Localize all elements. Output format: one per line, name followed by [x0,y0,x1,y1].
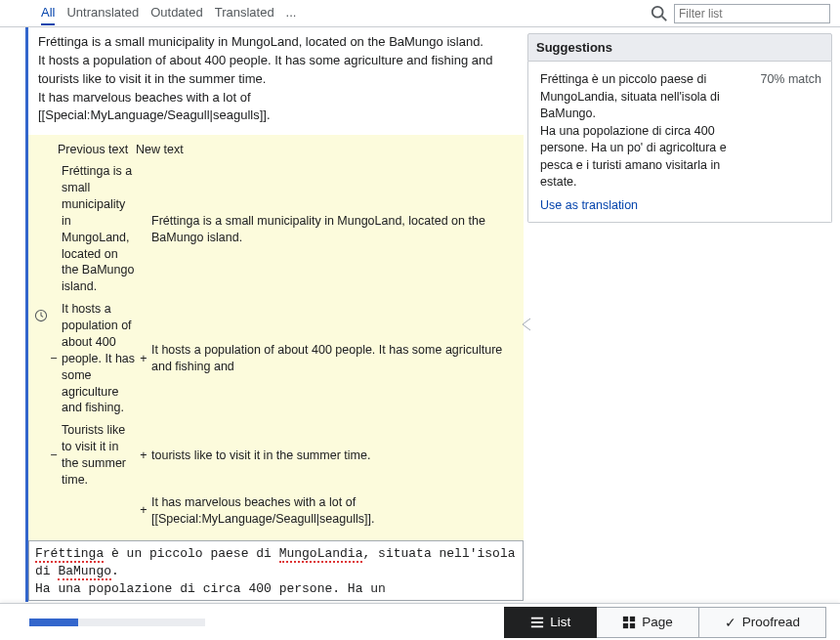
use-as-translation-link[interactable]: Use as translation [540,197,638,215]
diff-new-label: New text [136,143,184,156]
svg-rect-7 [630,616,635,620]
svg-rect-4 [531,621,543,623]
diff-new-text: tourists like to visit it in the summer … [149,419,514,491]
translation-textarea[interactable]: Fréttinga è un piccolo paese di MungoLan… [28,540,524,601]
suggestion-item[interactable]: 70% match Fréttinga è un piccolo paese d… [527,62,832,223]
diff-new-text: Fréttinga is a small municipality in Mun… [149,160,514,298]
svg-rect-8 [623,622,628,627]
diff-old-text: Fréttinga is a small municipality in Mun… [60,160,138,298]
diff-sign-plus: + [138,419,149,491]
translation-text: . [111,564,119,578]
tab-outdated[interactable]: Outdated [150,1,203,25]
button-label: List [550,615,570,629]
svg-rect-3 [531,617,543,619]
diff-sign [48,491,60,531]
diff-old-text [60,491,138,531]
source-line: It hosts a population of about 400 peopl… [38,52,514,70]
diff-prev-label: Previous text [58,143,136,156]
view-page-button[interactable]: Page [597,607,699,638]
spell-underline: Fréttinga [35,546,104,563]
translation-text: è un piccolo paese di [104,546,278,561]
source-text: Fréttinga is a small municipality in Mun… [28,27,524,135]
source-line: tourists like to visit it in the summer … [38,70,514,89]
diff-sign-plus: + [138,491,149,531]
diff-box: Previous text New text Fréttinga is a sm… [28,135,524,539]
check-icon: ✓ [725,615,736,630]
diff-new-text: It hosts a population of about 400 peopl… [149,298,514,419]
progress-bar [29,619,205,626]
filter-input[interactable] [674,4,830,23]
svg-rect-6 [623,616,628,620]
svg-rect-5 [531,625,543,627]
diff-sign-minus: − [48,419,60,491]
search-icon [651,5,668,22]
source-line: [[Special:MyLanguage/Seagull|seagulls]]. [38,107,514,125]
match-percent: 70% match [760,71,821,89]
diff-sign [48,160,60,298]
diff-old-text: Tourists like to visit it in the summer … [60,419,138,491]
diff-sign-minus: − [48,298,60,419]
view-proofread-button[interactable]: ✓ Proofread [699,607,826,638]
history-icon [34,309,48,322]
diff-old-text: It hosts a population of about 400 peopl… [60,298,138,419]
source-line: Fréttinga is a small municipality in Mun… [38,33,514,52]
svg-line-1 [662,16,667,21]
tab-more[interactable]: ... [286,1,297,25]
grid-icon [622,616,636,629]
spell-underline: MungoLandia [279,546,363,563]
suggestions-header: Suggestions [527,33,832,62]
progress-fill [29,619,78,626]
source-line: It has marvelous beaches with a lot of [38,89,514,107]
button-label: Page [642,615,673,629]
svg-rect-9 [630,622,635,627]
list-icon [530,616,544,629]
collapse-arrow-icon[interactable] [519,317,534,332]
diff-sign-plus: + [138,298,149,419]
svg-point-0 [652,6,663,17]
button-label: Proofread [742,615,800,629]
view-list-button[interactable]: List [504,607,597,638]
tab-translated[interactable]: Translated [215,1,274,25]
spell-underline: BaMungo [58,564,111,580]
suggestion-text: Fréttinga è un piccolo paese di MungoLan… [540,71,821,192]
translation-text: Ha una popolazione di circa 400 persone.… [35,581,386,596]
tab-untranslated[interactable]: Untranslated [66,1,139,25]
tab-all[interactable]: All [41,1,55,25]
diff-new-text: It has marvelous beaches with a lot of [… [149,491,514,531]
diff-sign [138,160,149,298]
